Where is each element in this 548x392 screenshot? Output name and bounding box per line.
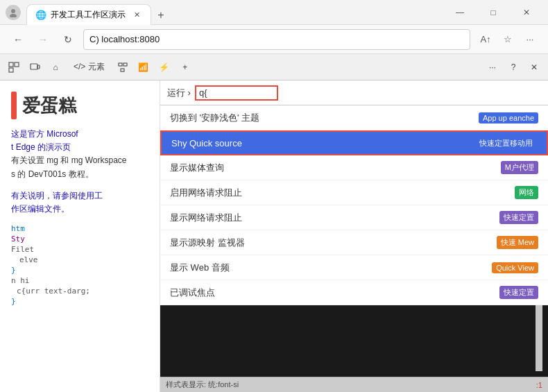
code-line-curr: c{urr text-darg;	[11, 287, 148, 296]
svg-rect-6	[37, 65, 40, 69]
cmd-item-badge-7: 快速定置	[499, 286, 538, 299]
cmd-item-badge-1: 快速定置移动用	[475, 137, 537, 150]
code-line-sty: Sty	[11, 235, 148, 244]
inspect-element-button[interactable]	[4, 58, 24, 77]
address-bar: ← → ↻ A↑ ☆ ···	[0, 25, 548, 54]
code-line-elve: elve	[11, 255, 148, 264]
favorites-icon[interactable]: ☆	[498, 30, 517, 49]
svg-rect-9	[121, 69, 124, 71]
cmd-item-label-4: 显示网络请求阻止	[170, 212, 242, 224]
back-button[interactable]: ←	[8, 30, 28, 49]
svg-rect-4	[15, 62, 19, 67]
code-line-nhi: n hi	[11, 276, 148, 285]
page-link: 有关说明，请参阅使用工 作区编辑文件。	[11, 189, 148, 216]
link-text-1: 有关说明，请参阅使用工	[11, 191, 103, 201]
code-line-brace: }	[11, 266, 148, 275]
run-label: 运行 ›	[167, 87, 191, 99]
svg-point-1	[10, 14, 17, 17]
devtools-toolbar: ⌂ </> 元素 📶 ⚡ + ··· ? ✕	[0, 54, 548, 80]
command-input-bar: 运行 ›	[160, 80, 548, 105]
maximize-button[interactable]: □	[477, 0, 509, 25]
window-controls: — □ ✕	[444, 0, 542, 25]
network-button[interactable]	[113, 58, 132, 77]
cmd-item-label-3: 启用网络请求阻止	[170, 187, 242, 199]
help-button[interactable]: ?	[504, 58, 523, 77]
cmd-item-debug-focus[interactable]: 已调试焦点 快速定置	[160, 280, 548, 305]
link-text-2: 作区编辑文件。	[11, 204, 69, 214]
performance-button[interactable]: ⚡	[155, 58, 174, 77]
cmd-item-badge-2: M户代理	[501, 161, 538, 174]
cmd-item-label-0: 切换到 '安静浅色' 主题	[170, 112, 259, 124]
main-content: 爱蛋糕 这是官方 Microsof t Edge 的演示页 有关设置 mg 和 …	[0, 80, 548, 392]
active-tab[interactable]: 🌐 开发工具工作区演示 ✕	[26, 4, 151, 25]
page-description: 这是官方 Microsof t Edge 的演示页 有关设置 mg 和 mg W…	[11, 128, 148, 181]
settings-icon[interactable]: ···	[520, 30, 540, 49]
read-aloud-icon[interactable]: A↑	[476, 30, 495, 49]
command-list: 切换到 '安静浅色' 主题 App up eanche Shy Quick so…	[160, 105, 548, 305]
cmd-item-badge-4: 快速定置	[499, 211, 538, 224]
svg-point-0	[11, 9, 15, 13]
cmd-item-theme[interactable]: 切换到 '安静浅色' 主题 App up eanche	[160, 105, 548, 130]
desc-text-4: s 的 DevT001s 教程。	[11, 169, 94, 179]
cmd-item-label-7: 已调试焦点	[170, 287, 215, 299]
close-devtools-button[interactable]: ✕	[524, 58, 544, 77]
cmd-item-network-show[interactable]: 显示网络请求阻止 快速定置	[160, 205, 548, 230]
svg-rect-3	[9, 68, 13, 72]
cmd-item-badge-0: App up eanche	[479, 112, 538, 123]
profile-avatar[interactable]	[6, 5, 21, 20]
code-line-end: }	[11, 297, 148, 306]
device-toolbar-button[interactable]	[25, 58, 44, 77]
desc-text-2: t Edge 的演示页	[11, 142, 71, 152]
logo-text: 爱蛋糕	[22, 94, 76, 118]
edge-icon: 🌐	[35, 10, 46, 20]
logo-bar	[11, 92, 17, 119]
desc-text-3: 有关设置 mg 和 mg Workspace	[11, 155, 126, 165]
page-content: 爱蛋糕 这是官方 Microsof t Edge 的演示页 有关设置 mg 和 …	[0, 80, 160, 392]
cmd-item-shy-quick-source[interactable]: Shy Quick source 快速定置移动用	[160, 130, 548, 155]
code-line-htm: htm	[11, 224, 148, 233]
cmd-item-badge-3: 网络	[515, 186, 538, 199]
address-bar-icons: A↑ ☆ ···	[476, 30, 540, 49]
forward-button[interactable]: →	[33, 30, 53, 49]
desc-text-1: 这是官方 Microsof	[11, 129, 78, 139]
wifi-button[interactable]: 📶	[134, 58, 153, 77]
cmd-item-label-2: 显示媒体查询	[170, 162, 224, 174]
more-options-button[interactable]: ···	[483, 58, 502, 77]
tab-bar: 🌐 开发工具工作区演示 ✕ +	[26, 0, 438, 25]
close-button[interactable]: ✕	[511, 0, 542, 25]
svg-rect-7	[119, 63, 122, 66]
svg-rect-5	[31, 64, 37, 69]
new-tab-button[interactable]: +	[151, 6, 171, 25]
svg-rect-2	[9, 62, 13, 67]
refresh-button[interactable]: ↻	[58, 30, 78, 49]
plus-panel-button[interactable]: +	[175, 58, 195, 77]
tab-elements[interactable]: </> 元素	[67, 58, 112, 76]
home-button[interactable]: ⌂	[46, 58, 65, 77]
tab-close-button[interactable]: ✕	[131, 9, 142, 20]
browser-window: 🌐 开发工具工作区演示 ✕ + — □ ✕ ← → ↻ A↑ ☆ ···	[0, 0, 548, 392]
cmd-item-badge-5: 快速 Mew	[497, 236, 538, 249]
title-bar: 🌐 开发工具工作区演示 ✕ + — □ ✕	[0, 0, 548, 25]
cmd-item-sourcemap[interactable]: 显示源映射 监视器 快速 Mew	[160, 230, 548, 255]
cmd-item-label-6: 显示 Web 音频	[170, 262, 230, 274]
svg-rect-8	[123, 63, 127, 66]
cmd-item-label-1: Shy Quick source	[171, 138, 242, 148]
tab-title: 开发工具工作区演示	[51, 9, 126, 21]
cmd-item-webaudio[interactable]: 显示 Web 音频 Quick View	[160, 255, 548, 280]
cmd-item-media[interactable]: 显示媒体查询 M户代理	[160, 155, 548, 180]
code-line-filet: Filet	[11, 245, 148, 254]
cmd-item-badge-6: Quick View	[492, 262, 538, 273]
page-code: htm Sty Filet elve } n hi c{urr text-dar…	[11, 224, 148, 306]
cmd-item-network-enable[interactable]: 启用网络请求阻止 网络	[160, 180, 548, 205]
command-input[interactable]	[195, 85, 278, 101]
minimize-button[interactable]: —	[444, 0, 476, 25]
address-input[interactable]	[83, 29, 470, 50]
page-logo: 爱蛋糕	[11, 92, 148, 119]
cmd-item-label-5: 显示源映射 监视器	[170, 237, 245, 249]
command-palette: 运行 › 切换到 '安静浅色' 主题 App up eanche Shy Qui…	[160, 80, 548, 392]
devtools-panel: 运行 › 切换到 '安静浅色' 主题 App up eanche Shy Qui…	[160, 80, 548, 392]
